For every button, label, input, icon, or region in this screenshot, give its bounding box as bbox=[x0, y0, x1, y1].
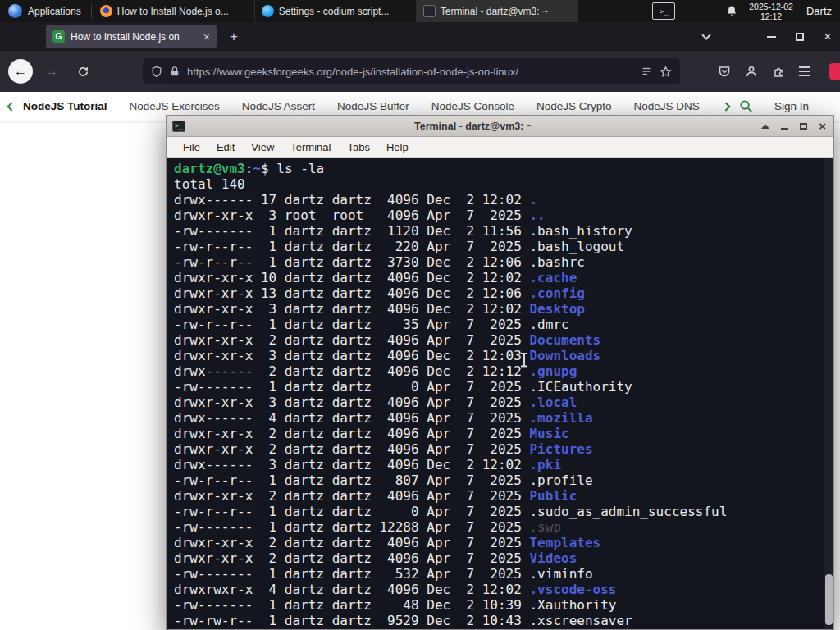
terminal-line: total 140 bbox=[174, 176, 822, 192]
url-bar[interactable]: https://www.geeksforgeeks.org/node-js/in… bbox=[143, 58, 680, 84]
terminal-line: drwxr-xr-x 3 dartz dartz 4096 Dec 2 12:0… bbox=[174, 348, 822, 363]
terminal-line: -rw-r--r-- 1 dartz dartz 220 Apr 7 2025 … bbox=[174, 239, 822, 254]
gfg-nav-nodejs-dns[interactable]: NodeJS DNS bbox=[634, 100, 700, 112]
sign-in-button[interactable]: Sign In bbox=[774, 100, 809, 112]
tray-terminal-icon[interactable]: >_ bbox=[652, 2, 675, 20]
terminal-output[interactable]: dartz@vm3:~$ ls -latotal 140drwx------ 1… bbox=[167, 158, 833, 629]
terminal-menu-edit[interactable]: Edit bbox=[208, 141, 243, 153]
list-tabs-icon[interactable] bbox=[701, 30, 710, 39]
terminal-prompt-line: dartz@vm3:~$ ls -la bbox=[174, 161, 822, 176]
applications-menu[interactable]: Applications bbox=[0, 0, 89, 22]
nav-scroll-right-icon[interactable] bbox=[721, 102, 730, 111]
terminal-line: drwxr-xr-x 2 dartz dartz 4096 Apr 7 2025… bbox=[174, 332, 822, 348]
terminal-line: -rw------- 1 dartz dartz 0 Apr 7 2025 .I… bbox=[174, 379, 822, 395]
terminal-icon: >_ bbox=[172, 121, 185, 132]
taskbar-item-label: Terminal - dartz@vm3: ~ bbox=[441, 6, 548, 17]
terminal-line: drwxr-xr-x 13 dartz dartz 4096 Dec 2 12:… bbox=[174, 285, 822, 301]
gfg-nav-nodejs-buffer[interactable]: NodeJS Buffer bbox=[337, 100, 409, 112]
account-icon[interactable] bbox=[745, 65, 758, 78]
scrollbar-thumb[interactable] bbox=[825, 574, 833, 625]
applications-icon bbox=[8, 4, 22, 18]
terminal-line: drwxr-xr-x 2 dartz dartz 4096 Apr 7 2025… bbox=[174, 535, 822, 550]
terminal-line: -rw------- 1 dartz dartz 48 Dec 2 10:39 … bbox=[174, 597, 822, 613]
terminal-menu-file[interactable]: File bbox=[175, 141, 208, 153]
terminal-line: drwxr-xr-x 3 dartz dartz 4096 Apr 7 2025… bbox=[174, 395, 822, 410]
terminal-menu-view[interactable]: View bbox=[243, 141, 282, 153]
tab-close-icon[interactable]: × bbox=[203, 31, 210, 43]
window-minimize-button[interactable] bbox=[767, 36, 776, 38]
applications-label: Applications bbox=[28, 6, 81, 17]
terminal-line: drwxr-xr-x 2 dartz dartz 4096 Apr 7 2025… bbox=[174, 441, 822, 457]
bookmark-star-icon[interactable] bbox=[660, 66, 672, 78]
gfg-nav-nodejs-crypto[interactable]: NodeJS Crypto bbox=[536, 100, 612, 112]
reader-mode-icon[interactable] bbox=[641, 66, 652, 77]
tray-terminal-glyph: >_ bbox=[660, 7, 669, 16]
terminal-minimize-button[interactable] bbox=[781, 128, 788, 130]
user-menu[interactable]: Dartz bbox=[806, 5, 832, 17]
terminal-icon bbox=[423, 5, 436, 17]
gfg-nav-nodejs-tutorial[interactable]: NodeJS Tutorial bbox=[23, 100, 107, 112]
window-maximize-button[interactable] bbox=[796, 33, 804, 41]
terminal-line: drwxr-xr-x 2 dartz dartz 4096 Apr 7 2025… bbox=[174, 550, 822, 566]
pocket-icon[interactable] bbox=[718, 65, 731, 78]
taskbar: How to Install Node.js o...Settings - co… bbox=[94, 0, 578, 22]
terminal-scrollbar[interactable] bbox=[824, 158, 833, 629]
gfg-nav-links: NodeJS TutorialNodeJS ExercisesNodeJS As… bbox=[23, 100, 721, 112]
gfg-nav-nodejs-console[interactable]: NodeJS Console bbox=[431, 100, 514, 112]
terminal-menu-tabs[interactable]: Tabs bbox=[339, 141, 377, 153]
taskbar-item-firefox[interactable]: How to Install Node.js o... bbox=[94, 0, 255, 22]
taskbar-item-label: How to Install Node.js o... bbox=[117, 6, 229, 17]
terminal-line: drwxr-xr-x 2 dartz dartz 4096 Apr 7 2025… bbox=[174, 426, 822, 441]
back-button[interactable]: ← bbox=[8, 59, 33, 84]
browser-navbar: ← → https://www.geeksforgeeks.org/node-j… bbox=[0, 51, 840, 92]
terminal-line: drwxr-xr-x 10 dartz dartz 4096 Dec 2 12:… bbox=[174, 270, 822, 285]
terminal-line: -rw------- 1 dartz dartz 532 Apr 7 2025 … bbox=[174, 566, 822, 582]
tracking-shield-icon[interactable] bbox=[151, 66, 162, 78]
gfg-nav-nodejs-assert[interactable]: NodeJS Assert bbox=[242, 100, 315, 112]
terminal-line: -rw-r--r-- 1 dartz dartz 0 Apr 7 2025 .s… bbox=[174, 504, 822, 519]
terminal-line: drwx------ 2 dartz dartz 4096 Dec 2 12:1… bbox=[174, 363, 822, 379]
terminal-line: -rw-r--r-- 1 dartz dartz 3730 Dec 2 12:0… bbox=[174, 254, 822, 270]
terminal-line: drwx------ 17 dartz dartz 4096 Dec 2 12:… bbox=[174, 192, 822, 208]
reload-button[interactable] bbox=[71, 59, 95, 84]
terminal-line: drwx------ 3 dartz dartz 4096 Dec 2 12:0… bbox=[174, 457, 822, 472]
clock[interactable]: 2025-12-02 12:12 bbox=[749, 2, 793, 21]
menu-hamburger-icon[interactable] bbox=[799, 66, 810, 76]
terminal-window: >_ Terminal - dartz@vm3: ~ × FileEditVie… bbox=[166, 115, 834, 630]
top-panel: Applications How to Install Node.js o...… bbox=[0, 0, 840, 22]
taskbar-item-terminal[interactable]: Terminal - dartz@vm3: ~ bbox=[417, 0, 578, 22]
new-tab-button[interactable]: + bbox=[225, 29, 243, 45]
terminal-titlebar[interactable]: >_ Terminal - dartz@vm3: ~ × bbox=[167, 116, 833, 137]
forward-button[interactable]: → bbox=[39, 59, 64, 84]
terminal-line: -rw-rw-r-- 1 dartz dartz 9529 Dec 2 10:4… bbox=[174, 613, 822, 628]
lock-icon[interactable] bbox=[170, 66, 180, 77]
terminal-maximize-button[interactable] bbox=[800, 123, 807, 130]
terminal-shade-button[interactable] bbox=[761, 124, 769, 129]
panel-separator bbox=[91, 4, 92, 19]
terminal-menu-terminal[interactable]: Terminal bbox=[282, 141, 339, 153]
taskbar-item-codium[interactable]: Settings - codium script... bbox=[255, 0, 417, 22]
notification-bell-icon[interactable] bbox=[726, 5, 737, 17]
codium-icon bbox=[262, 5, 274, 17]
tab-title: How to Install Node.js on bbox=[71, 31, 198, 43]
terminal-line: -rw-r--r-- 1 dartz dartz 807 Apr 7 2025 … bbox=[174, 472, 822, 488]
terminal-line: -rw-r--r-- 1 dartz dartz 35 Apr 7 2025 .… bbox=[174, 317, 822, 332]
nav-scroll-left-icon[interactable] bbox=[7, 102, 16, 111]
terminal-line: drwx------ 4 dartz dartz 4096 Apr 7 2025… bbox=[174, 410, 822, 426]
terminal-line: drwxr-xr-x 3 root root 4096 Apr 7 2025 .… bbox=[174, 208, 822, 223]
terminal-line: -rw------- 1 dartz dartz 1120 Dec 2 11:5… bbox=[174, 223, 822, 239]
clock-date: 2025-12-02 bbox=[749, 2, 793, 11]
browser-tab[interactable]: G How to Install Node.js on × bbox=[46, 25, 217, 48]
url-text[interactable]: https://www.geeksforgeeks.org/node-js/in… bbox=[187, 66, 633, 78]
extensions-puzzle-icon[interactable] bbox=[772, 65, 785, 78]
gfg-nav-nodejs-exercises[interactable]: NodeJS Exercises bbox=[130, 100, 220, 112]
terminal-line: drwxr-xr-x 2 dartz dartz 4096 Apr 7 2025… bbox=[174, 488, 822, 504]
firefox-icon bbox=[100, 5, 112, 17]
terminal-close-button[interactable]: × bbox=[819, 120, 826, 132]
terminal-line: drwxr-xr-x 3 dartz dartz 4096 Dec 2 12:0… bbox=[174, 301, 822, 317]
search-icon[interactable] bbox=[739, 99, 753, 113]
window-close-button[interactable]: × bbox=[824, 30, 832, 43]
browser-tab-strip: G How to Install Node.js on × + × bbox=[0, 22, 840, 51]
clock-time: 12:12 bbox=[760, 11, 782, 21]
terminal-menu-help[interactable]: Help bbox=[378, 141, 417, 153]
